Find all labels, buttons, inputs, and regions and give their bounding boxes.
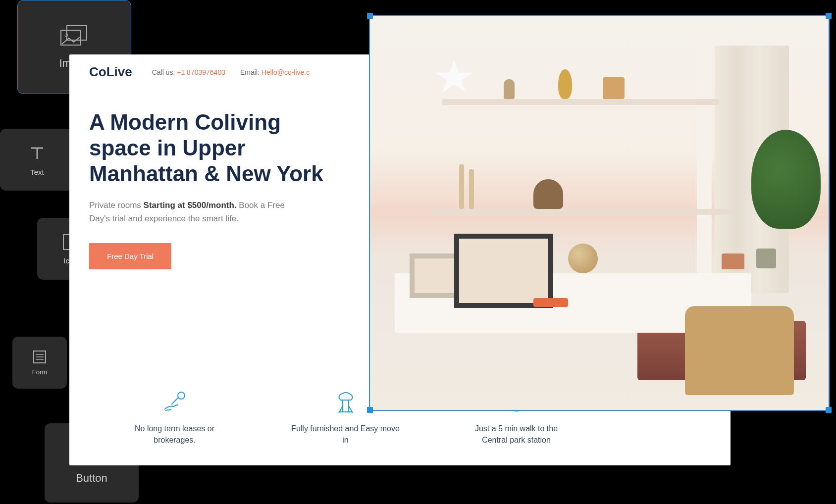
header-email: Email: Hello@co-live.c [240,68,310,76]
widget-label: Button [76,472,107,485]
hero-subtitle: Private rooms Starting at $500/month. Bo… [89,199,307,225]
feature-text: Fully furnished and Easy move in [291,423,400,446]
hero-title: A Modern Coliving space in Upper Manhatt… [89,109,327,187]
svg-rect-0 [67,25,87,40]
resize-handle-br[interactable] [826,407,832,413]
hero-section: A Modern Coliving space in Upper Manhatt… [69,80,347,269]
widget-tile-form[interactable]: Form [12,337,67,389]
feature-item: No long term leases or brokerages. [120,388,229,446]
key-hand-icon [120,388,229,415]
resize-handle-tl[interactable] [367,13,373,19]
site-logo[interactable]: CoLive [89,64,132,80]
feature-text: No long term leases or brokerages. [120,423,229,446]
widget-label: Form [32,368,47,376]
cta-button[interactable]: Free Day Trial [89,243,171,269]
svg-point-7 [178,392,185,399]
hero-image[interactable] [370,16,829,410]
resize-handle-bl[interactable] [367,407,373,413]
feature-text: Just a 5 min walk to the Central park st… [462,423,571,446]
email-address[interactable]: Hello@co-live.c [261,68,310,76]
image-stack-icon [60,24,89,48]
text-icon [27,143,47,163]
phone-number[interactable]: +1 8703976403 [177,68,225,76]
resize-handle-tr[interactable] [826,13,832,19]
form-icon [32,350,47,364]
header-call: Call us: +1 8703976403 [152,68,225,76]
widget-tile-text[interactable]: Text [0,129,74,191]
widget-label: Text [30,168,44,176]
selected-image-element[interactable] [369,15,830,411]
